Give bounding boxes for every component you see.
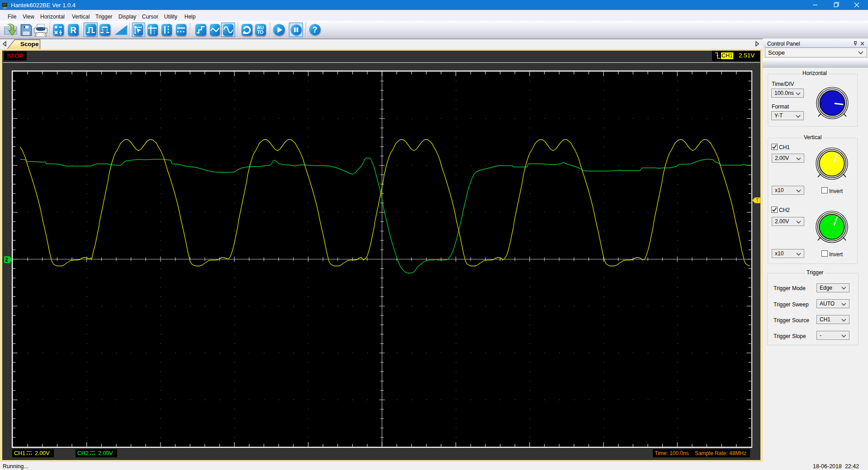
svg-text:2: 2	[5, 257, 8, 263]
svg-text:R: R	[70, 25, 76, 35]
svg-text:TO: TO	[257, 30, 264, 35]
svg-text:?: ?	[312, 25, 317, 34]
svg-text:T: T	[756, 197, 759, 203]
